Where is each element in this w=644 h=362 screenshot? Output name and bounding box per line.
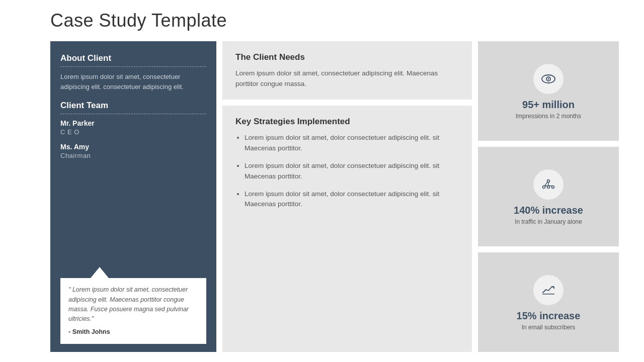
svg-point-2	[548, 78, 549, 79]
eye-icon	[541, 71, 556, 86]
middle-column: The Client Needs Lorem ipsum dolor sit a…	[222, 41, 472, 352]
stat-label-1: Impressions in 2 months	[516, 113, 581, 120]
client-needs-body: Lorem ipsum dolor sit amet, consectetuer…	[235, 68, 459, 89]
quote-text: " Lorem ipsum dolor sit amet, consectetu…	[68, 286, 189, 322]
member-1-title: C E O	[60, 128, 206, 136]
strategies-title: Key Strategies Implemented	[235, 117, 459, 127]
stat-icon-circle-2	[533, 169, 564, 200]
svg-rect-11	[542, 294, 554, 295]
strategy-1: Lorem ipsum dolor sit amet, dolor consec…	[245, 133, 459, 154]
stat-number-1: 95+ million	[522, 99, 575, 111]
strategies-card: Key Strategies Implemented Lorem ipsum d…	[222, 106, 472, 352]
about-divider	[60, 66, 206, 67]
member-1-name: Mr. Parker	[60, 119, 206, 127]
stat-card-3: 15% increase In email subscribers	[478, 252, 619, 352]
network-icon	[541, 177, 556, 192]
stat-icon-circle-1	[533, 64, 564, 94]
strategy-2: Lorem ipsum dolor sit amet, dolor consec…	[245, 161, 459, 182]
svg-point-5	[552, 186, 554, 188]
team-heading: Client Team	[60, 101, 206, 111]
speech-bubble-wrapper: " Lorem ipsum dolor sit amet, consectetu…	[60, 267, 206, 344]
chart-icon	[541, 283, 556, 298]
strategy-3: Lorem ipsum dolor sit amet, dolor consec…	[245, 189, 459, 210]
stat-label-3: In email subscribers	[522, 324, 576, 331]
right-column: 95+ million Impressions in 2 months	[478, 41, 619, 352]
page-container: Case Study Template About Client Lorem i…	[0, 0, 644, 362]
strategies-list: Lorem ipsum dolor sit amet, dolor consec…	[235, 133, 459, 210]
about-body: Lorem ipsum dolor sit amet, consectetuer…	[60, 72, 206, 92]
svg-line-10	[545, 182, 548, 186]
page-title: Case Study Template	[50, 10, 619, 31]
left-column: About Client Lorem ipsum dolor sit amet,…	[50, 41, 216, 352]
about-heading: About Client	[60, 53, 206, 63]
member-2-title: Chairman	[60, 152, 206, 159]
content-area: About Client Lorem ipsum dolor sit amet,…	[50, 41, 619, 352]
member-2-name: Ms. Amy	[60, 143, 206, 151]
stat-card-2: 140% increase In traffic in January alon…	[478, 147, 619, 246]
stat-icon-circle-3	[533, 275, 564, 305]
client-needs-card: The Client Needs Lorem ipsum dolor sit a…	[222, 41, 472, 100]
stat-label-2: In traffic in January alone	[515, 218, 582, 225]
svg-point-4	[543, 186, 545, 188]
client-needs-title: The Client Needs	[235, 52, 459, 62]
stat-number-2: 140% increase	[514, 205, 583, 216]
svg-point-3	[547, 179, 550, 182]
stat-number-3: 15% increase	[517, 310, 581, 322]
svg-point-6	[547, 186, 550, 188]
stat-card-1: 95+ million Impressions in 2 months	[478, 41, 619, 141]
team-divider	[60, 114, 206, 114]
speech-arrow	[91, 267, 109, 278]
speech-bubble: " Lorem ipsum dolor sit amet, consectetu…	[60, 278, 206, 344]
quote-author: - Smith Johns	[68, 327, 198, 337]
